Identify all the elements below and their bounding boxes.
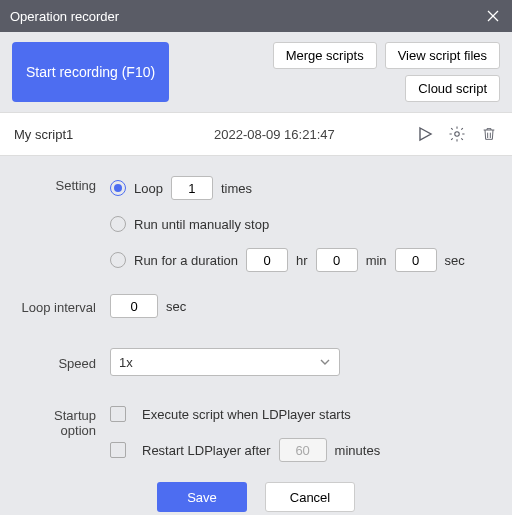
minutes-label: minutes [335, 443, 381, 458]
times-label: times [221, 181, 252, 196]
cancel-button[interactable]: Cancel [265, 482, 355, 512]
loop-interval-input[interactable] [110, 294, 158, 318]
window-title: Operation recorder [10, 9, 119, 24]
chevron-down-icon [319, 356, 331, 368]
settings-panel: Setting Loop times Run until manually st… [0, 156, 512, 515]
run-until-label: Run until manually stop [134, 217, 269, 232]
run-for-label: Run for a duration [134, 253, 238, 268]
duration-sec-input[interactable] [395, 248, 437, 272]
duration-hr-input[interactable] [246, 248, 288, 272]
merge-scripts-button[interactable]: Merge scripts [273, 42, 377, 69]
run-for-radio[interactable] [110, 252, 126, 268]
toolbar: Start recording (F10) Merge scripts View… [0, 32, 512, 106]
footer: Save Cancel [20, 482, 492, 512]
speed-select[interactable]: 1x [110, 348, 340, 376]
restart-minutes-input[interactable] [279, 438, 327, 462]
script-name: My script1 [14, 127, 214, 142]
trash-icon[interactable] [480, 125, 498, 143]
titlebar: Operation recorder [0, 0, 512, 32]
loop-label: Loop [134, 181, 163, 196]
exec-on-start-label: Execute script when LDPlayer starts [142, 407, 351, 422]
sec-label-2: sec [166, 299, 186, 314]
restart-checkbox[interactable] [110, 442, 126, 458]
svg-marker-2 [420, 128, 431, 140]
view-script-files-button[interactable]: View script files [385, 42, 500, 69]
gear-icon[interactable] [448, 125, 466, 143]
start-recording-button[interactable]: Start recording (F10) [12, 42, 169, 102]
loop-times-input[interactable] [171, 176, 213, 200]
hr-label: hr [296, 253, 308, 268]
duration-min-input[interactable] [316, 248, 358, 272]
run-until-radio[interactable] [110, 216, 126, 232]
loop-radio[interactable] [110, 180, 126, 196]
cloud-script-button[interactable]: Cloud script [405, 75, 500, 102]
script-time: 2022-08-09 16:21:47 [214, 127, 416, 142]
exec-on-start-checkbox[interactable] [110, 406, 126, 422]
restart-after-label: Restart LDPlayer after [142, 443, 271, 458]
loop-interval-label: Loop interval [20, 298, 110, 315]
svg-point-3 [455, 132, 460, 137]
close-icon[interactable] [484, 7, 502, 25]
script-row: My script1 2022-08-09 16:21:47 [0, 112, 512, 156]
startup-option-label: Startup option [20, 406, 110, 438]
speed-label: Speed [20, 354, 110, 371]
setting-label: Setting [20, 176, 110, 193]
sec-label: sec [445, 253, 465, 268]
play-icon[interactable] [416, 125, 434, 143]
min-label: min [366, 253, 387, 268]
speed-value: 1x [119, 355, 133, 370]
save-button[interactable]: Save [157, 482, 247, 512]
